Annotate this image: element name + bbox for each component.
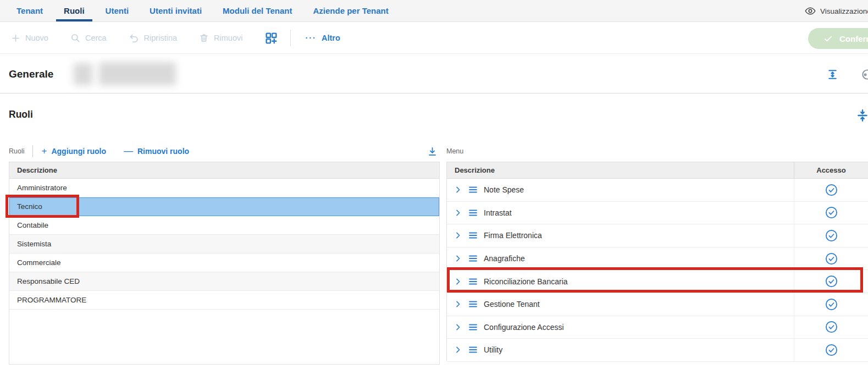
tab-label: Ruoli xyxy=(64,6,85,15)
menu-item-label: Configurazione Accessi xyxy=(484,323,564,332)
tab-label: Moduli del Tenant xyxy=(223,6,292,15)
roles-table-header: Descrizione xyxy=(9,162,439,179)
confirm-check-icon xyxy=(823,34,833,43)
check-circle-icon xyxy=(825,298,838,311)
download-icon xyxy=(427,146,438,157)
remove-button-label: Rimuovi xyxy=(214,34,242,42)
tab-ruoli[interactable]: Ruoli xyxy=(63,0,86,21)
menu-lines-icon xyxy=(467,345,479,355)
tab-aziende-per-tenant[interactable]: Aziende per Tenant xyxy=(312,0,389,21)
menu-row[interactable]: Anagrafiche xyxy=(447,247,868,271)
general-section: Generale xyxy=(0,54,868,93)
access-cell[interactable] xyxy=(794,270,868,293)
restore-button[interactable]: Ripristina xyxy=(129,33,177,43)
chevron-right-icon[interactable] xyxy=(454,323,462,332)
access-cell[interactable] xyxy=(794,179,868,201)
role-row[interactable]: Contabile xyxy=(9,216,439,235)
menu-column-accesso: Accesso xyxy=(794,162,868,178)
access-cell[interactable] xyxy=(794,224,868,247)
more-button[interactable]: ··· Altro xyxy=(305,34,340,42)
general-section-title: Generale xyxy=(9,68,53,80)
access-cell[interactable] xyxy=(794,202,868,224)
toolbar-divider xyxy=(290,30,291,46)
access-cell[interactable] xyxy=(794,316,868,339)
roles-table: Descrizione AmministratoreTecnicoContabi… xyxy=(9,162,440,365)
menu-lines-icon xyxy=(467,208,479,218)
roles-panel-toolbar: Ruoli + Aggiungi ruolo — Rimuovi ruolo xyxy=(9,141,440,162)
export-button[interactable] xyxy=(427,146,438,157)
role-row[interactable]: Commerciale xyxy=(9,254,439,272)
role-row-label: Tecnico xyxy=(17,202,42,211)
menu-row[interactable]: Firma Elettronica xyxy=(447,224,868,247)
remove-role-label: Rimuovi ruolo xyxy=(137,147,189,156)
menu-row-description-cell: Configurazione Accessi xyxy=(447,316,794,339)
chevron-right-icon[interactable] xyxy=(454,277,462,286)
role-row[interactable]: PROGRAMMATORE xyxy=(9,291,439,310)
remove-button[interactable]: Rimuovi xyxy=(199,33,242,43)
chevron-right-icon[interactable] xyxy=(454,345,462,354)
access-cell[interactable] xyxy=(794,293,868,316)
menu-row[interactable]: Gestione Tenant xyxy=(447,293,868,316)
menu-table-body: Note Spese Intrastat xyxy=(447,179,868,362)
collapse-vertical-button[interactable] xyxy=(855,108,868,123)
menu-panel-label: Menu xyxy=(446,147,463,155)
menu-row[interactable]: Configurazione Accessi xyxy=(447,316,868,339)
new-button[interactable]: Nuovo xyxy=(11,34,48,43)
menu-row-description-cell: Firma Elettronica xyxy=(447,224,794,247)
menu-row-description-cell: Anagrafiche xyxy=(447,247,794,270)
role-row-label: Commerciale xyxy=(17,258,61,267)
menu-row[interactable]: Note Spese xyxy=(447,179,868,202)
roles-column-descrizione: Descrizione xyxy=(9,166,439,174)
chevron-right-icon[interactable] xyxy=(454,231,462,240)
main-toolbar: Nuovo Cerca Ripristina Rimuovi xyxy=(0,23,868,54)
chevron-right-icon[interactable] xyxy=(454,208,462,217)
menu-row-description-cell: Note Spese xyxy=(447,179,794,201)
confirm-button[interactable]: Conferma xyxy=(808,28,868,49)
role-row-label: Sistemista xyxy=(17,240,51,248)
access-cell[interactable] xyxy=(794,247,868,270)
menu-lines-icon xyxy=(467,299,479,309)
role-row[interactable]: Responsabile CED xyxy=(9,272,439,291)
roles-panel-label: Ruoli xyxy=(9,147,25,155)
unfold-vertical-icon xyxy=(826,68,839,81)
chevron-right-icon[interactable] xyxy=(454,185,462,194)
view-mode-toggle[interactable]: Visualizzazione xyxy=(805,0,868,22)
chevron-right-icon[interactable] xyxy=(454,300,462,309)
tab-bar: TenantRuoliUtentiUtenti invitatiModuli d… xyxy=(0,0,868,22)
search-button[interactable]: Cerca xyxy=(70,33,107,43)
check-circle-icon xyxy=(825,344,838,356)
restore-button-label: Ripristina xyxy=(144,34,177,42)
search-icon xyxy=(70,33,80,43)
role-row[interactable]: Sistemista xyxy=(9,235,439,254)
add-role-button[interactable]: + Aggiungi ruolo xyxy=(42,146,106,157)
plus-icon: + xyxy=(42,146,47,157)
tab-utenti[interactable]: Utenti xyxy=(104,0,130,21)
history-button[interactable] xyxy=(861,68,868,81)
menu-column-descrizione: Descrizione xyxy=(447,166,794,174)
tab-utenti-invitati[interactable]: Utenti invitati xyxy=(148,0,203,21)
trash-icon xyxy=(199,33,209,43)
role-row[interactable]: Tecnico xyxy=(9,197,439,216)
panel-toolbar-divider xyxy=(32,145,33,157)
history-icon-partial xyxy=(861,68,868,81)
grid-add-button[interactable] xyxy=(264,31,278,45)
unfold-vertical-button[interactable] xyxy=(826,68,839,81)
chevron-right-icon[interactable] xyxy=(454,254,462,263)
tab-tenant[interactable]: Tenant xyxy=(15,0,44,21)
menu-row[interactable]: Utility xyxy=(447,339,868,362)
roles-section-title: Ruoli xyxy=(9,109,33,120)
menu-lines-icon xyxy=(467,322,479,332)
menu-row[interactable]: Riconciliazione Bancaria xyxy=(447,270,868,293)
menu-item-label: Riconciliazione Bancaria xyxy=(484,277,568,286)
menu-table: Descrizione Accesso Note Spese xyxy=(446,162,868,361)
confirm-button-label: Conferma xyxy=(839,34,868,43)
role-row-label: Responsabile CED xyxy=(17,277,80,285)
remove-role-button[interactable]: — Rimuovi ruolo xyxy=(124,146,189,157)
menu-row-description-cell: Utility xyxy=(447,339,794,361)
grid-add-icon xyxy=(264,31,278,45)
eye-icon xyxy=(805,5,816,16)
role-row[interactable]: Amministratore xyxy=(9,179,439,197)
tab-moduli-del-tenant[interactable]: Moduli del Tenant xyxy=(222,0,293,21)
access-cell[interactable] xyxy=(794,339,868,361)
menu-row[interactable]: Intrastat xyxy=(447,202,868,225)
